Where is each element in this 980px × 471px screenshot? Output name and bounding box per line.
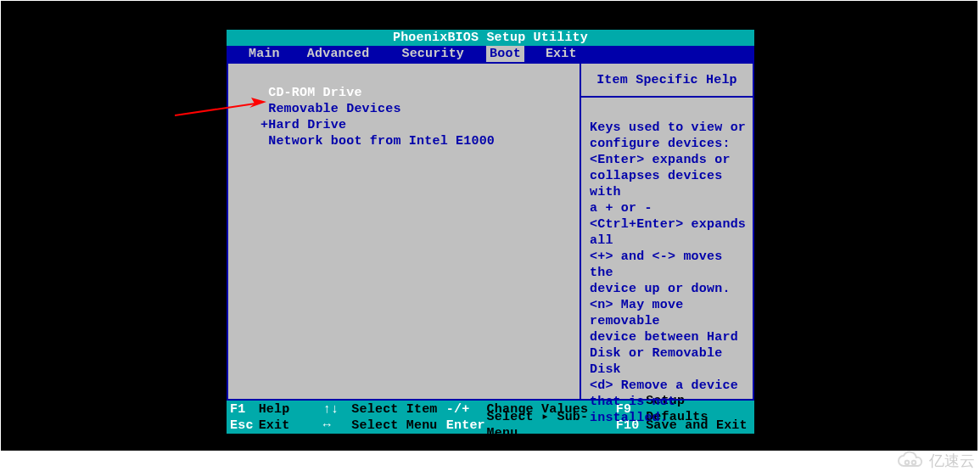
title-bar: PhoenixBIOS Setup Utility [227, 30, 754, 46]
menu-bar[interactable]: MainAdvancedSecurityBootExit [227, 46, 754, 62]
help-line: <n> May move removable [590, 297, 748, 329]
footer-key: Enter [446, 418, 487, 434]
boot-item-prefix [260, 134, 268, 149]
menu-item-security[interactable]: Security [398, 46, 468, 62]
footer-label: Select Item [351, 401, 445, 418]
help-line: <d> Remove a device [590, 378, 748, 394]
boot-item-label: Network boot from Intel E1000 [268, 134, 495, 149]
footer-label: Select Menu [351, 418, 445, 434]
help-line: Keys used to view or [590, 120, 748, 136]
footer-key: ↑↓ [323, 401, 352, 418]
footer-key: Esc [230, 418, 259, 434]
svg-point-2 [905, 461, 910, 465]
boot-item[interactable]: CD-ROM Drive [260, 85, 580, 101]
watermark-text: 亿速云 [929, 451, 975, 471]
help-line: <+> and <-> moves the [590, 249, 748, 281]
help-line: all [590, 233, 748, 249]
help-line: collapses devices with [590, 168, 748, 200]
help-line: Disk or Removable Disk [590, 345, 748, 378]
bios-window: PhoenixBIOS Setup Utility MainAdvancedSe… [227, 30, 754, 434]
footer-label: Help [259, 401, 323, 418]
menu-item-main[interactable]: Main [245, 46, 283, 62]
help-line: <Enter> expands or [590, 152, 748, 168]
boot-item[interactable]: Removable Devices [260, 101, 580, 117]
watermark: 亿速云 [895, 451, 975, 471]
menu-item-exit[interactable]: Exit [542, 46, 580, 62]
boot-item-label: CD-ROM Drive [268, 86, 361, 100]
help-body: Keys used to view orconfigure devices:<E… [581, 98, 753, 426]
boot-item[interactable]: +Hard Drive [260, 117, 580, 133]
boot-item-label: Removable Devices [268, 102, 400, 116]
boot-item[interactable]: Network boot from Intel E1000 [260, 133, 580, 149]
boot-item-prefix: + [260, 118, 268, 132]
menu-item-advanced[interactable]: Advanced [304, 46, 373, 62]
menu-item-boot[interactable]: Boot [486, 46, 524, 62]
boot-order-list[interactable]: CD-ROM Drive Removable Devices+Hard Driv… [228, 64, 580, 149]
help-line: a + or - [590, 200, 748, 216]
footer-key: ↔ [323, 418, 352, 434]
footer-key: -/+ [446, 401, 487, 418]
svg-point-3 [912, 461, 916, 465]
help-line: device up or down. [590, 281, 748, 297]
title-text: PhoenixBIOS Setup Utility [393, 31, 588, 45]
boot-item-label: Hard Drive [268, 118, 346, 132]
panels: CD-ROM Drive Removable Devices+Hard Driv… [227, 62, 754, 401]
help-line: <Ctrl+Enter> expands [590, 216, 748, 233]
help-line: device between Hard [590, 329, 748, 345]
footer-label: Exit [259, 418, 323, 434]
boot-item-prefix [260, 86, 268, 100]
help-line: configure devices: [590, 136, 748, 152]
help-heading: Item Specific Help [581, 64, 753, 98]
boot-item-prefix [260, 102, 268, 116]
cloud-icon [895, 451, 924, 471]
footer-key: F1 [230, 401, 259, 418]
boot-order-panel[interactable]: CD-ROM Drive Removable Devices+Hard Driv… [227, 62, 581, 401]
help-line: that is not installed. [590, 394, 748, 426]
help-panel: Item Specific Help Keys used to view orc… [581, 62, 754, 401]
